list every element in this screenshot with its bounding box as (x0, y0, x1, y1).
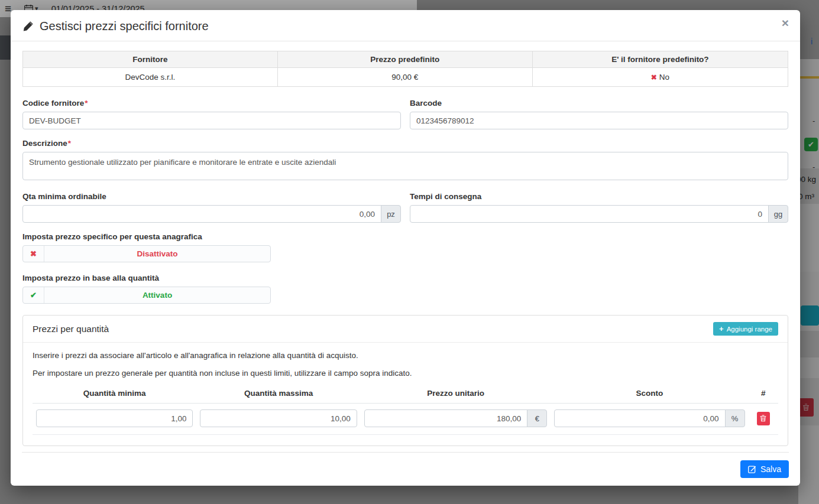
column-header-sconto: Sconto (551, 386, 748, 404)
column-header-fornitore: Fornitore (23, 51, 278, 68)
panel-title: Prezzi per quantità (33, 324, 109, 334)
close-icon[interactable]: × (782, 17, 789, 29)
toggle-state-label: Attivato (44, 287, 270, 303)
prezzo-specifico-toggle[interactable]: ✖ Disattivato (22, 245, 271, 262)
aggiungi-range-button[interactable]: + Aggiungi range (713, 322, 778, 336)
prezzo-quantita-toggle[interactable]: ✔ Attivato (22, 287, 271, 304)
column-header-prezzo-predefinito: Prezzo predefinito (277, 51, 532, 68)
tempi-consegna-label: Tempi di consegna (410, 192, 788, 201)
save-button[interactable]: Salva (740, 460, 789, 478)
descrizione-label: Descrizione* (22, 139, 788, 148)
delete-range-button[interactable] (757, 412, 770, 425)
barcode-label: Barcode (410, 99, 788, 108)
prezzo-unitario-input[interactable] (364, 409, 528, 427)
save-label: Salva (760, 464, 781, 474)
column-header-quantita-minima: Quantità minima (33, 386, 196, 404)
sconto-input[interactable] (554, 409, 725, 427)
quantita-massima-input[interactable] (200, 409, 357, 427)
column-header-quantita-massima: Quantità massima (196, 386, 360, 404)
panel-heading: Prezzi per quantità + Aggiungi range (23, 316, 788, 343)
codice-fornitore-input[interactable] (22, 112, 401, 129)
euro-addon: € (527, 409, 547, 427)
prezzi-quantita-panel: Prezzi per quantità + Aggiungi range Ins… (22, 315, 788, 446)
modal-title: Gestisci prezzi specifici fornitore (40, 19, 209, 33)
column-header-fornitore-predefinito: E' il fornitore predefinito? (532, 51, 788, 68)
qta-minima-label: Qta minima ordinabile (22, 192, 401, 201)
supplier-prices-modal: Gestisci prezzi specifici fornitore × Fo… (11, 10, 800, 486)
x-icon: ✖ (651, 73, 657, 82)
prezzo-quantita-label: Imposta prezzo in base alla quantità (22, 274, 788, 282)
codice-fornitore-label: Codice fornitore* (22, 99, 401, 108)
quantita-minima-input[interactable] (36, 409, 193, 427)
panel-body: Inserire i prezzi da associare all'artic… (23, 343, 788, 446)
barcode-input[interactable] (410, 112, 788, 129)
qta-minima-group: pz (22, 205, 401, 223)
quantity-prices-table: Quantità minima Quantità massima Prezzo … (33, 386, 778, 435)
aggiungi-range-label: Aggiungi range (727, 326, 772, 333)
table-header-row: Fornitore Prezzo predefinito E' il forni… (23, 51, 788, 68)
modal-body: Fornitore Prezzo predefinito E' il forni… (11, 41, 800, 446)
pencil-square-icon (748, 465, 756, 473)
plus-icon: + (719, 325, 724, 333)
is-default-value: No (659, 73, 669, 82)
descrizione-textarea[interactable]: Strumento gestionale utilizzato per pian… (22, 152, 788, 180)
prezzo-specifico-label: Imposta prezzo specifico per questa anag… (22, 232, 788, 241)
is-default-cell: ✖No (532, 68, 788, 87)
x-icon: ✖ (23, 246, 44, 262)
pencil-icon (22, 21, 34, 32)
table-row: DevCode s.r.l. 90,00 € ✖No (23, 68, 788, 87)
qta-unit-addon: pz (381, 205, 401, 223)
screen: ≡ ▾ 01/01/2025 - 31/12/2025 i - ✔ - 00 k… (0, 0, 819, 504)
panel-info-1: Inserire i prezzi da associare all'artic… (33, 351, 778, 360)
table-header-row: Quantità minima Quantità massima Prezzo … (33, 386, 778, 404)
tempi-unit-addon: gg (768, 205, 788, 223)
tempi-consegna-group: gg (410, 205, 788, 223)
column-header-prezzo-unitario: Prezzo unitario (361, 386, 551, 404)
sconto-group: % (554, 409, 744, 427)
qta-minima-input[interactable] (22, 205, 381, 223)
modal-title-row: Gestisci prezzi specifici fornitore (22, 19, 788, 33)
required-asterisk: * (68, 139, 71, 148)
supplier-summary-table: Fornitore Prezzo predefinito E' il forni… (22, 51, 788, 87)
tempi-consegna-input[interactable] (410, 205, 769, 223)
supplier-name-cell: DevCode s.r.l. (23, 68, 278, 87)
prezzo-unitario-group: € (364, 409, 548, 427)
toggle-state-label: Disattivato (44, 246, 270, 262)
check-icon: ✔ (23, 287, 44, 303)
default-price-cell: 90,00 € (277, 68, 532, 87)
trash-icon (760, 415, 766, 422)
panel-info-2: Per impostare un prezzo generale per qua… (33, 369, 778, 378)
percent-addon: % (725, 409, 745, 427)
column-header-actions: # (749, 386, 778, 404)
modal-footer: Salva (22, 452, 789, 486)
required-asterisk: * (85, 99, 88, 108)
table-row: € % (33, 404, 778, 435)
modal-header: Gestisci prezzi specifici fornitore × (11, 10, 800, 41)
